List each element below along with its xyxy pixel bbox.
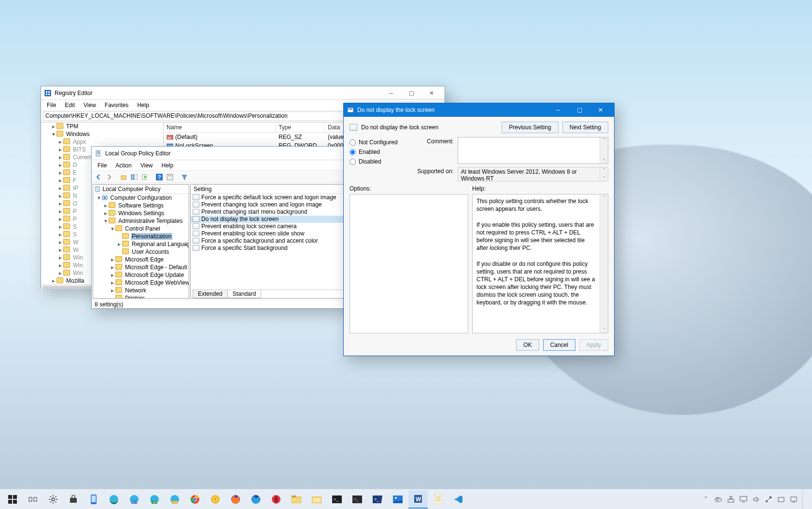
comment-textarea[interactable]: ˄˅	[458, 137, 608, 164]
radio-not-configured[interactable]: Not Configured	[350, 139, 398, 146]
vertical-scrollbar[interactable]: ˄˅	[600, 194, 608, 333]
tree-item[interactable]: Control Panel	[124, 225, 161, 232]
menu-favorites[interactable]: Favorites	[101, 101, 132, 110]
expand-icon[interactable]: ▸	[110, 263, 115, 271]
expand-icon[interactable]: ▸	[57, 231, 63, 238]
tree-item[interactable]: N	[72, 193, 78, 199]
expand-icon[interactable]: ▸	[57, 254, 63, 261]
collapse-icon[interactable]: ▾	[110, 225, 115, 233]
tree-item[interactable]: Microsoft Edge - Default Se	[124, 264, 189, 271]
powershell-taskbar-icon[interactable]: >_	[368, 490, 387, 509]
expand-icon[interactable]: ▸	[57, 261, 63, 269]
vertical-scrollbar[interactable]: ˄˅	[600, 138, 608, 164]
tree-item[interactable]: Win	[72, 270, 84, 276]
tree-item[interactable]: W	[72, 247, 79, 253]
expand-icon[interactable]: ▸	[51, 123, 56, 130]
registry-titlebar[interactable]: Registry Editor ─ ▢ ✕	[41, 86, 445, 100]
radio-disabled[interactable]: Disabled	[350, 158, 398, 165]
collapse-icon[interactable]: ▾	[96, 194, 102, 202]
tab-standard[interactable]: Standard	[227, 290, 262, 298]
expand-icon[interactable]: ▸	[103, 202, 109, 209]
filter-button[interactable]	[180, 172, 189, 182]
terminal-taskbar-icon[interactable]: >_	[327, 490, 347, 509]
expand-icon[interactable]: ▸	[57, 153, 63, 161]
minimize-button[interactable]: ─	[547, 103, 569, 117]
tree-item[interactable]: TPM	[65, 123, 79, 130]
volume-icon[interactable]	[752, 495, 760, 503]
tree-item[interactable]: D	[72, 162, 78, 168]
expand-icon[interactable]: ▸	[57, 246, 63, 254]
properties-button[interactable]	[165, 172, 175, 182]
settings-taskbar-icon[interactable]	[43, 490, 63, 509]
opera-taskbar-icon[interactable]	[266, 490, 286, 509]
expand-icon[interactable]: ▸	[116, 240, 122, 248]
radio-enabled[interactable]: Enabled	[350, 149, 398, 155]
expand-icon[interactable]: ▸	[110, 287, 115, 294]
language-icon[interactable]	[777, 495, 785, 503]
tree-item[interactable]: E	[72, 169, 78, 176]
apply-button[interactable]: Apply	[579, 339, 608, 351]
start-button[interactable]	[3, 490, 22, 509]
help-box[interactable]: This policy setting controls whether the…	[472, 194, 608, 333]
chrome-canary-taskbar-icon[interactable]	[206, 490, 225, 509]
tree-item-windows[interactable]: Windows	[65, 131, 91, 138]
policy-dialog[interactable]: Do not display the lock screen ─ ▢ ✕ Do …	[343, 103, 615, 356]
network-icon[interactable]	[727, 495, 735, 503]
expand-icon[interactable]: ▸	[57, 200, 63, 207]
help-button[interactable]: ?	[154, 172, 164, 182]
firefox-taskbar-icon[interactable]	[226, 490, 245, 509]
notepad-taskbar-icon[interactable]	[429, 490, 448, 509]
close-button[interactable]: ✕	[421, 87, 442, 99]
tree-item[interactable]: User Accounts	[131, 248, 170, 255]
photos-taskbar-icon[interactable]	[388, 490, 407, 509]
menu-view[interactable]: View	[137, 161, 157, 170]
tree-item[interactable]: S	[72, 231, 78, 238]
export-button[interactable]	[140, 172, 150, 182]
minimize-button[interactable]: ─	[381, 87, 401, 99]
display-icon[interactable]	[740, 495, 747, 503]
col-type[interactable]: Type	[276, 123, 325, 132]
onedrive-icon[interactable]	[714, 495, 722, 503]
expand-icon[interactable]: ▸	[57, 177, 63, 184]
action-center-icon[interactable]	[790, 495, 798, 503]
options-box[interactable]	[350, 194, 468, 333]
tree-item[interactable]: Windows Settings	[117, 210, 165, 217]
word-taskbar-icon[interactable]: W	[408, 490, 428, 509]
ok-button[interactable]: OK	[516, 339, 539, 351]
file-explorer-taskbar-icon[interactable]	[287, 490, 306, 509]
expand-icon[interactable]: ▸	[57, 161, 63, 169]
tree-item[interactable]: P	[72, 208, 78, 215]
col-name[interactable]: Name	[164, 123, 276, 132]
expand-icon[interactable]: ▸	[103, 209, 109, 217]
tree-item[interactable]: P	[72, 216, 78, 222]
expand-icon[interactable]: ▸	[57, 192, 63, 200]
expand-icon[interactable]: ▸	[57, 146, 63, 153]
tree-item[interactable]: Software Settings	[117, 202, 165, 209]
tree-item[interactable]: Mozilla	[65, 277, 85, 284]
expand-icon[interactable]: ▸	[57, 215, 63, 223]
collapse-icon[interactable]: ▾	[103, 217, 109, 225]
policy-titlebar[interactable]: Do not display the lock screen ─ ▢ ✕	[344, 103, 614, 117]
tree-item[interactable]: IP	[72, 185, 79, 192]
firefox-dev-taskbar-icon[interactable]	[246, 490, 266, 509]
chrome-taskbar-icon[interactable]	[185, 490, 205, 509]
expand-icon[interactable]: ▸	[57, 238, 63, 246]
maximize-button[interactable]: ▢	[401, 87, 421, 99]
gpedit-tree[interactable]: Local Computer Policy ▾ Computer Configu…	[93, 184, 189, 299]
tray-overflow-icon[interactable]: ˄	[702, 495, 710, 503]
tree-item[interactable]: Printers	[124, 295, 146, 299]
store-taskbar-icon[interactable]	[64, 490, 83, 509]
next-setting-button[interactable]: Next Setting	[562, 122, 608, 133]
show-hide-button[interactable]	[129, 172, 139, 182]
menu-help[interactable]: Help	[158, 161, 178, 170]
terminal-preview-taskbar-icon[interactable]: >_	[348, 490, 367, 509]
close-button[interactable]: ✕	[590, 103, 611, 117]
expand-icon[interactable]: ▸	[57, 269, 63, 277]
tree-item[interactable]: F	[72, 177, 77, 184]
tree-item[interactable]: Network	[124, 287, 147, 294]
menu-action[interactable]: Action	[112, 161, 135, 170]
previous-setting-button[interactable]: Previous Setting	[502, 122, 558, 133]
expand-icon[interactable]: ▸	[57, 169, 63, 177]
taskbar[interactable]: BETA DEV CAN >_ >_ >_ W ˄	[0, 489, 812, 509]
vertical-scrollbar[interactable]: ˄˅	[600, 167, 608, 181]
